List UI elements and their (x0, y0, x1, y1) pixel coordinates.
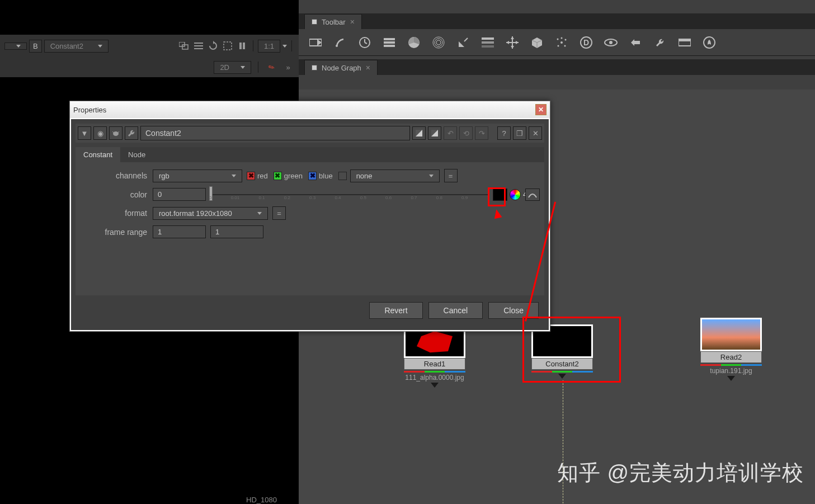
tab-node[interactable]: Node (120, 147, 153, 162)
channel-alpha-dropdown[interactable]: none (350, 169, 440, 182)
format-label: format (80, 209, 153, 218)
undo-icon[interactable]: ↶ (444, 126, 457, 140)
format-dropdown[interactable]: root.format 1920x1080 (153, 207, 268, 220)
dialog-close-button[interactable]: ✕ (535, 104, 547, 115)
toolbar-tabrow: Toolbar × (299, 13, 815, 29)
other-icon[interactable] (678, 36, 691, 49)
particles-icon[interactable] (555, 36, 568, 49)
svg-rect-17 (384, 45, 395, 47)
property-tabs: Constant Node (76, 147, 544, 162)
svg-point-41 (564, 45, 566, 46)
viewer-refresh-icon[interactable] (207, 40, 219, 52)
svg-point-21 (436, 40, 441, 45)
views-icon[interactable] (604, 36, 618, 49)
viewer-node-dropdown[interactable]: Constant2 (44, 40, 109, 53)
nodegraph-tabrow: Node Graph × (299, 59, 815, 75)
draw-icon[interactable] (333, 36, 347, 49)
svg-rect-7 (239, 43, 242, 49)
colorwheel-button[interactable] (510, 189, 521, 200)
merge-icon[interactable] (481, 36, 494, 49)
svg-rect-25 (482, 41, 494, 44)
format-link-button[interactable]: = (272, 206, 286, 220)
node-read2[interactable]: Read2 tupian.191.jpg (700, 318, 762, 381)
square1-icon[interactable] (412, 126, 426, 140)
framerange-end-input[interactable] (210, 225, 263, 238)
close-icon[interactable]: × (350, 17, 355, 26)
time-icon[interactable] (358, 36, 371, 49)
channel-green-label: green (282, 172, 308, 180)
tab-dot-icon (312, 65, 317, 70)
svg-point-37 (560, 41, 563, 44)
filter-icon[interactable] (432, 36, 445, 49)
close-icon[interactable]: × (366, 63, 370, 72)
3d-icon[interactable] (530, 36, 544, 49)
svg-rect-26 (482, 45, 494, 48)
channel-icon[interactable] (383, 36, 396, 49)
tab-nodegraph[interactable]: Node Graph × (304, 60, 378, 75)
channel-alpha-checkbox[interactable] (338, 172, 347, 180)
chevron-down-icon[interactable]: » (282, 61, 294, 73)
deep-icon[interactable]: D (580, 36, 593, 49)
viewer-mode-dropdown[interactable]: 2D (214, 61, 251, 74)
toolsets-icon[interactable] (653, 36, 667, 49)
cancel-button[interactable]: Cancel (428, 302, 483, 319)
svg-line-23 (464, 38, 468, 41)
svg-marker-30 (511, 46, 514, 49)
svg-marker-22 (459, 41, 464, 47)
channels-dropdown[interactable]: rgb (153, 169, 242, 182)
close-panel-icon[interactable]: ✕ (529, 126, 542, 140)
furnace-icon[interactable] (703, 36, 716, 49)
color-icon[interactable] (407, 36, 421, 49)
pin-icon[interactable]: ✎ (263, 59, 280, 76)
channel-red-label: red (255, 172, 274, 180)
metadata-icon[interactable] (629, 36, 642, 49)
transform-icon[interactable] (506, 36, 519, 49)
channel-green-checkbox[interactable]: ✖ (274, 172, 282, 180)
node-label: Read2 (700, 351, 762, 363)
channel-blue-label: blue (317, 172, 338, 180)
revert-button[interactable]: Revert (369, 302, 422, 319)
viewer-proxy-icon[interactable] (178, 40, 190, 52)
node-output-icon[interactable] (431, 383, 439, 388)
color-value-input[interactable] (153, 188, 206, 201)
color-slider[interactable]: 00.010.10.20.30.40.50.60.70.80.91 (209, 189, 489, 201)
framerange-start-input[interactable] (153, 225, 206, 238)
dialog-titlebar[interactable]: Properties ✕ (70, 101, 550, 118)
watermark: 知乎 @完美动力培训学校 (557, 459, 804, 487)
revert-icon[interactable]: ⟲ (459, 126, 473, 140)
viewer-top-toolbar: B Constant2 1:1 (0, 35, 299, 57)
bug-icon[interactable] (109, 126, 123, 140)
channel-red-checkbox[interactable]: ✖ (247, 172, 255, 180)
wrench-icon[interactable] (125, 126, 138, 140)
viewer-zoom-caret[interactable] (282, 45, 287, 48)
svg-point-11 (336, 45, 338, 47)
property-form: channels rgb ✖ red ✖ green ✖ blue none =… (76, 162, 544, 295)
collapse-icon[interactable]: ▼ (78, 126, 91, 140)
node-output-icon[interactable] (727, 376, 735, 381)
redo-icon[interactable]: ↷ (475, 126, 488, 140)
keyer-icon[interactable] (456, 36, 470, 49)
image-icon[interactable] (309, 36, 322, 49)
svg-marker-31 (506, 41, 509, 44)
svg-point-40 (558, 45, 559, 46)
viewer-roi-icon[interactable] (222, 40, 234, 52)
main-toolbar: D (299, 29, 815, 56)
node-read1[interactable]: Read1 111_alpha.0000.jpg (404, 324, 465, 388)
viewer-pause-icon[interactable] (236, 40, 248, 52)
node-name-field[interactable]: Constant2 (140, 126, 410, 140)
center-node-icon[interactable]: ◉ (93, 126, 107, 140)
square2-icon[interactable] (428, 126, 441, 140)
help-icon[interactable]: ? (497, 126, 511, 140)
viewer-layer-a-dropdown[interactable] (4, 43, 27, 50)
tab-toolbar[interactable]: Toolbar × (304, 14, 362, 29)
viewer-list-icon[interactable] (192, 40, 205, 52)
viewer-zoom-dropdown[interactable]: 1:1 (258, 40, 280, 53)
svg-marker-29 (511, 36, 514, 39)
float-icon[interactable]: ❐ (513, 126, 526, 140)
svg-line-14 (365, 43, 367, 44)
animation-curve-button[interactable] (525, 189, 540, 201)
channels-link-button[interactable]: = (444, 169, 458, 182)
tab-constant[interactable]: Constant (76, 147, 120, 162)
channel-blue-checkbox[interactable]: ✖ (308, 172, 317, 180)
viewer-layer-b-label[interactable]: B (29, 40, 42, 53)
